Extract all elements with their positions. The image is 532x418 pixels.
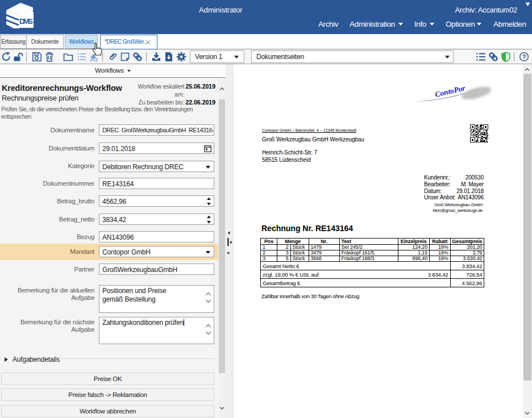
svg-text:?: ? (522, 53, 526, 60)
svg-text:DMS: DMS (19, 17, 33, 26)
